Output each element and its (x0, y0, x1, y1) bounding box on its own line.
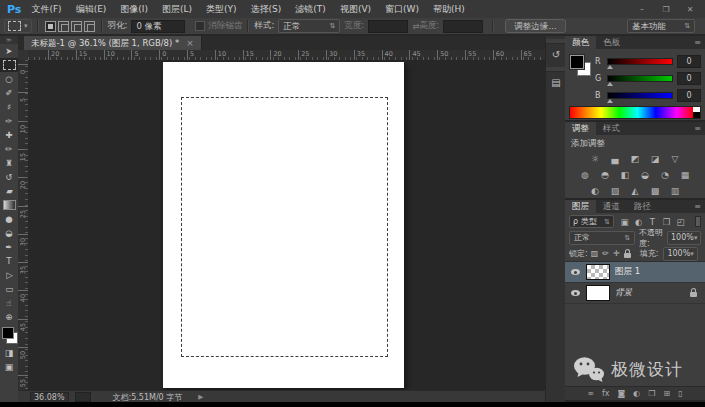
foreground-color-swatch[interactable] (2, 327, 14, 339)
document-canvas[interactable] (163, 62, 404, 388)
toolbar-collapse-icon[interactable]: ≫ (0, 36, 18, 44)
brightness-contrast-icon[interactable]: ☼ (588, 154, 603, 164)
invert-icon[interactable]: ◐ (588, 186, 603, 196)
type-tool[interactable]: T (0, 254, 18, 268)
lock-transparent-pixels-icon[interactable]: ▨ (591, 249, 599, 258)
path-selection-tool[interactable]: ▷ (0, 268, 18, 282)
properties-panel-button[interactable]: ▤ (546, 72, 566, 92)
new-selection-button[interactable] (45, 21, 56, 32)
brush-tool[interactable]: ✏ (0, 142, 18, 156)
canvas-pasteboard[interactable] (28, 60, 545, 390)
menu-item-filter[interactable]: 滤镜(T) (295, 3, 326, 16)
width-input[interactable] (368, 20, 408, 33)
gradient-map-icon[interactable]: ▩ (648, 186, 663, 196)
spot-healing-brush-tool[interactable]: ✚ (0, 128, 18, 142)
shape-tool[interactable]: ▭ (0, 282, 18, 296)
move-tool[interactable]: ➤ (0, 44, 18, 58)
color-balance-icon[interactable]: ◓ (598, 170, 613, 180)
status-popup-arrow[interactable]: ▶ (198, 393, 203, 401)
feather-input[interactable]: 0 像素 (131, 20, 185, 33)
restore-button[interactable]: ❒ (659, 5, 673, 14)
lock-image-pixels-icon[interactable]: ✏ (602, 249, 609, 258)
delete-layer-icon[interactable]: ▯ (678, 387, 682, 400)
eraser-tool[interactable]: ▰ (0, 184, 18, 198)
lock-position-icon[interactable]: ✛ (613, 249, 620, 258)
height-input[interactable] (443, 20, 483, 33)
add-layer-mask-icon[interactable]: ◙ (618, 387, 626, 400)
minimize-button[interactable]: – (635, 5, 649, 14)
tab-swatches[interactable]: 色板 (596, 36, 627, 49)
new-group-icon[interactable]: ❒ (648, 387, 655, 400)
history-brush-tool[interactable]: ↺ (0, 170, 18, 184)
filter-adjustment-layers-icon[interactable]: ◐ (633, 217, 644, 227)
adjustments-panel-menu-icon[interactable]: ≡ (694, 122, 705, 135)
menu-item-edit[interactable]: 编辑(E) (76, 3, 107, 16)
crop-tool[interactable]: ♯ (0, 100, 18, 114)
rectangular-marquee-tool[interactable] (0, 58, 18, 72)
photo-filter-icon[interactable]: ◒ (638, 170, 653, 180)
quick-selection-tool[interactable]: ✐ (0, 86, 18, 100)
layer-filter-toggle[interactable] (695, 216, 701, 227)
tab-paths[interactable]: 路径 (627, 200, 658, 213)
close-button[interactable]: ✕ (683, 5, 697, 14)
tab-styles[interactable]: 样式 (596, 122, 627, 135)
layer-style-icon[interactable]: fx (602, 387, 610, 400)
tab-color[interactable]: 颜色 (565, 36, 596, 49)
zoom-level-field[interactable]: 36.08% (30, 392, 69, 403)
pen-tool[interactable]: ✒ (0, 240, 18, 254)
posterize-icon[interactable]: ▨ (608, 186, 623, 196)
color-spectrum-ramp[interactable] (569, 106, 701, 119)
new-adjustment-layer-icon[interactable]: ◐ (633, 387, 640, 400)
antialias-checkbox[interactable] (195, 21, 205, 31)
filter-type-layers-icon[interactable]: T (647, 217, 658, 227)
black-picker-swatch[interactable] (693, 112, 700, 118)
subtract-from-selection-button[interactable] (71, 21, 82, 32)
layer-visibility-toggle[interactable] (569, 269, 581, 275)
menu-item-window[interactable]: 窗口(W) (385, 3, 419, 16)
zoom-tool[interactable]: ⊕ (0, 310, 18, 324)
black-white-icon[interactable]: ◧ (618, 170, 633, 180)
filter-smart-objects-icon[interactable]: ◰ (675, 217, 686, 227)
blur-tool[interactable]: ● (0, 212, 18, 226)
link-layers-icon[interactable]: ∞ (587, 387, 594, 400)
hand-tool[interactable]: ☝ (0, 296, 18, 310)
style-select[interactable]: 正常 ⇅ (278, 19, 340, 33)
menu-item-image[interactable]: 图像(I) (120, 3, 148, 16)
channel-value-field[interactable]: 0 (677, 72, 701, 85)
swap-dimensions-icon[interactable]: ⇄ (412, 21, 419, 31)
channel-slider[interactable] (607, 75, 673, 82)
foreground-color-swatch[interactable] (570, 55, 584, 69)
eyedropper-tool[interactable]: ✑ (0, 114, 18, 128)
document-tab[interactable]: 未标题-1 @ 36.1% (图层 1, RGB/8) * × (24, 36, 202, 50)
exposure-icon[interactable]: ◪ (648, 154, 663, 164)
color-lookup-icon[interactable]: ▦ (678, 170, 693, 180)
new-layer-icon[interactable]: ⊞ (664, 387, 671, 400)
quick-mask-button[interactable]: ◨ (0, 346, 18, 360)
menu-item-help[interactable]: 帮助(H) (433, 3, 465, 16)
layer-thumbnail[interactable] (586, 285, 610, 301)
vibrance-icon[interactable]: ▽ (668, 154, 683, 164)
lock-all-icon[interactable] (624, 253, 631, 258)
intersect-selection-button[interactable] (84, 21, 95, 32)
menu-item-layer[interactable]: 图层(L) (162, 3, 192, 16)
lasso-tool[interactable]: ○ (0, 72, 18, 86)
threshold-icon[interactable]: ◭ (628, 186, 643, 196)
opacity-select[interactable]: 100% ▾ (667, 231, 701, 245)
gradient-tool[interactable] (0, 198, 18, 212)
screen-mode-button[interactable]: ▣ (0, 360, 18, 374)
channel-value-field[interactable]: 0 (677, 89, 701, 102)
filter-pixel-layers-icon[interactable]: ▣ (619, 217, 630, 227)
selective-color-icon[interactable]: ▥ (668, 186, 683, 196)
filter-shape-layers-icon[interactable]: ❒ (661, 217, 672, 227)
tool-preset-picker[interactable]: ▾ (4, 19, 32, 33)
hue-saturation-icon[interactable]: ◍ (578, 170, 593, 180)
channel-slider[interactable] (607, 92, 673, 99)
add-to-selection-button[interactable] (58, 21, 69, 32)
status-option-box[interactable] (75, 392, 91, 402)
layer-filter-type-select[interactable]: ρ 类型 ⇅ (569, 215, 614, 228)
channel-slider[interactable] (607, 58, 673, 65)
menu-item-type[interactable]: 类型(Y) (206, 3, 237, 16)
menu-item-select[interactable]: 选择(S) (251, 3, 282, 16)
tab-close-icon[interactable]: × (186, 36, 194, 50)
curves-icon[interactable]: ◩ (628, 154, 643, 164)
